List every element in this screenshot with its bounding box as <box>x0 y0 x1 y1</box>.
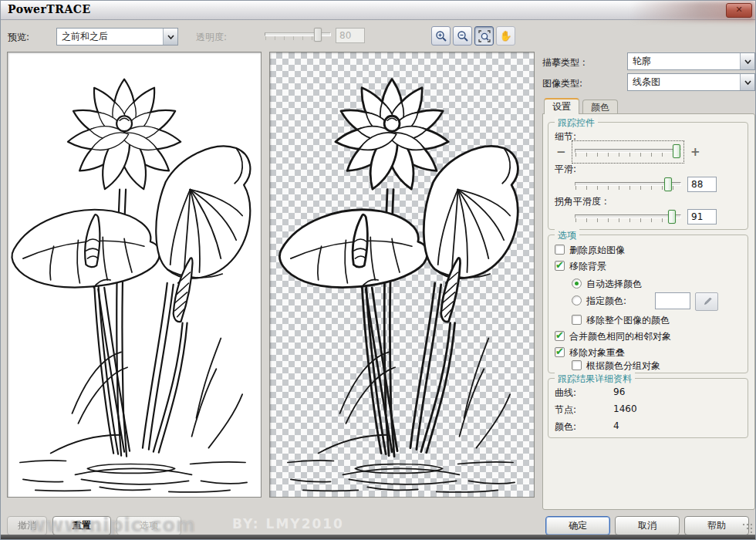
corner-value-input[interactable] <box>687 209 717 224</box>
detail-slider[interactable] <box>575 143 681 160</box>
preview-pane-traced[interactable] <box>269 52 535 498</box>
colors-value: 4 <box>613 420 619 431</box>
corner-smoothness-label: 拐角平滑度 : <box>555 195 607 208</box>
transparency-label: 透明度: <box>196 31 227 44</box>
delete-original-label: 删除原始图像 <box>569 244 625 257</box>
resize-grip[interactable] <box>741 522 752 533</box>
plus-icon[interactable]: + <box>690 147 700 157</box>
image-type-label: 图像类型: <box>542 77 582 90</box>
reset-button[interactable]: 重置 <box>52 516 111 535</box>
cancel-button[interactable]: 取消 <box>615 516 680 535</box>
minus-icon[interactable]: − <box>556 147 566 157</box>
preview-combobox-value: 之前和之后 <box>57 30 163 43</box>
powertrace-dialog: PowerTRACE ✕ 预览: 之前和之后 透明度: <box>0 0 756 540</box>
remove-background-label: 移除背景 <box>569 260 606 273</box>
close-button[interactable]: ✕ <box>726 3 752 18</box>
curves-value: 96 <box>613 386 625 397</box>
merge-adjacent-label: 合并颜色相同的相邻对象 <box>569 330 671 343</box>
trace-type-combobox[interactable]: 轮廓 <box>627 52 755 70</box>
chevron-down-icon[interactable] <box>163 29 177 45</box>
remove-background-checkbox[interactable] <box>555 261 565 271</box>
options-button: 选项 <box>116 516 181 535</box>
title-bar[interactable]: PowerTRACE ✕ <box>1 1 755 20</box>
tab-settings[interactable]: 设置 <box>544 98 579 114</box>
specified-color-swatch[interactable] <box>655 292 690 309</box>
slider-ticks <box>575 218 680 222</box>
trace-type-label: 描摹类型 : <box>542 56 586 69</box>
remove-entire-color-checkbox[interactable] <box>572 315 582 325</box>
tracking-controls-group: 跟踪控件 细节: − + 平滑: 拐角平滑度 : <box>548 122 748 230</box>
remove-overlap-checkbox[interactable] <box>555 347 565 357</box>
settings-tab-page: 跟踪控件 细节: − + 平滑: 拐角平滑度 : <box>542 113 755 510</box>
zoom-fit-button[interactable] <box>474 26 494 46</box>
merge-adjacent-checkbox[interactable] <box>555 331 565 341</box>
undo-button[interactable]: 撤消 <box>7 516 47 535</box>
hand-icon: ✋ <box>499 30 511 42</box>
chevron-down-icon[interactable] <box>740 74 754 90</box>
detail-label: 细节: <box>555 130 576 143</box>
lotus-original-image <box>8 52 261 497</box>
group-by-color-label: 根据颜色分组对象 <box>586 359 660 373</box>
preview-pane-original[interactable] <box>7 52 262 498</box>
eyedropper-icon <box>702 297 712 307</box>
options-group: 选项 删除原始图像 移除背景 自动选择颜色 指定颜色: 移除整个图像的颜色 合并… <box>548 235 748 373</box>
smoothing-label: 平滑: <box>555 163 576 176</box>
corner-smoothness-slider[interactable] <box>575 209 681 226</box>
delete-original-checkbox[interactable] <box>555 245 565 255</box>
help-button[interactable]: 帮助 <box>684 516 749 535</box>
trace-results-title: 跟踪结果详细资料 <box>555 373 635 386</box>
toolbar: 预览: 之前和之后 透明度: <box>1 20 755 51</box>
smoothing-value-input[interactable] <box>687 177 717 192</box>
image-type-combobox[interactable]: 线条图 <box>627 73 755 91</box>
trace-type-value: 轮廓 <box>628 55 740 68</box>
nodes-value: 1460 <box>613 403 637 414</box>
smoothing-slider[interactable] <box>575 177 681 194</box>
eyedropper-button <box>695 292 718 311</box>
lotus-traced-image <box>275 52 528 497</box>
remove-overlap-label: 移除对象重叠 <box>569 346 625 359</box>
image-type-value: 线条图 <box>628 76 740 89</box>
transparency-slider <box>265 27 331 44</box>
chevron-down-icon[interactable] <box>740 53 754 69</box>
remove-entire-color-label: 移除整个图像的颜色 <box>586 314 670 327</box>
slider-thumb[interactable] <box>668 210 676 224</box>
colors-label: 颜色: <box>555 420 576 434</box>
zoom-in-button[interactable] <box>431 26 451 46</box>
transparency-value-input <box>336 28 365 43</box>
specify-color-label: 指定颜色: <box>586 295 626 308</box>
tracking-controls-title: 跟踪控件 <box>555 116 598 130</box>
bottom-edge <box>1 535 755 539</box>
tab-colors[interactable]: 颜色 <box>582 100 618 113</box>
curves-label: 曲线: <box>555 386 576 400</box>
options-title: 选项 <box>555 229 579 242</box>
slider-thumb <box>314 28 322 42</box>
trace-results-group: 跟踪结果详细资料 曲线: 96 节点: 1460 颜色: 4 <box>548 378 748 438</box>
preview-label: 预览: <box>8 31 29 44</box>
preview-combobox[interactable]: 之前和之后 <box>56 28 178 46</box>
slider-thumb[interactable] <box>673 144 680 158</box>
zoom-out-button[interactable] <box>453 26 472 46</box>
slider-ticks <box>575 153 680 157</box>
nodes-label: 节点: <box>555 403 576 417</box>
auto-color-label: 自动选择颜色 <box>586 278 642 291</box>
group-by-color-checkbox[interactable] <box>572 360 582 370</box>
specify-color-radio[interactable] <box>572 295 582 305</box>
auto-color-radio[interactable] <box>572 278 582 289</box>
watermark-author: BY: LMY2010 <box>232 516 344 532</box>
slider-thumb[interactable] <box>664 177 672 191</box>
window-title: PowerTRACE <box>8 3 91 15</box>
pan-hand-button: ✋ <box>496 26 515 46</box>
ok-button[interactable]: 确定 <box>545 516 610 535</box>
